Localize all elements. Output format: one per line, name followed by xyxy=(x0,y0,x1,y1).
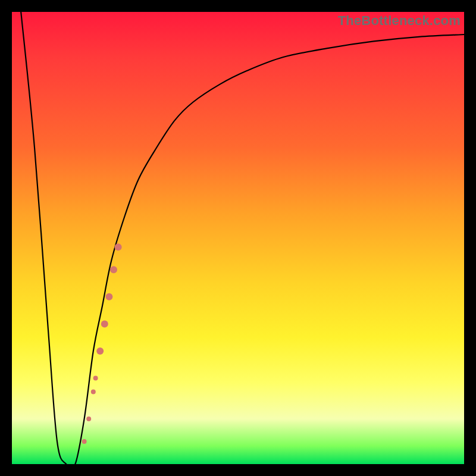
data-marker xyxy=(96,347,104,355)
data-marker xyxy=(91,389,96,394)
watermark-label: TheBottleneck.com xyxy=(338,13,461,29)
data-marker xyxy=(82,439,87,444)
data-marker xyxy=(110,266,117,273)
bottleneck-curve xyxy=(12,12,464,464)
data-marker xyxy=(93,376,98,381)
data-marker xyxy=(101,320,108,327)
plot-area: TheBottleneck.com xyxy=(12,12,464,464)
data-marker xyxy=(86,416,91,421)
data-marker xyxy=(105,293,112,300)
curve-path xyxy=(21,12,464,464)
chart-frame: TheBottleneck.com xyxy=(0,0,476,476)
data-marker xyxy=(115,243,122,250)
data-markers xyxy=(82,243,122,444)
